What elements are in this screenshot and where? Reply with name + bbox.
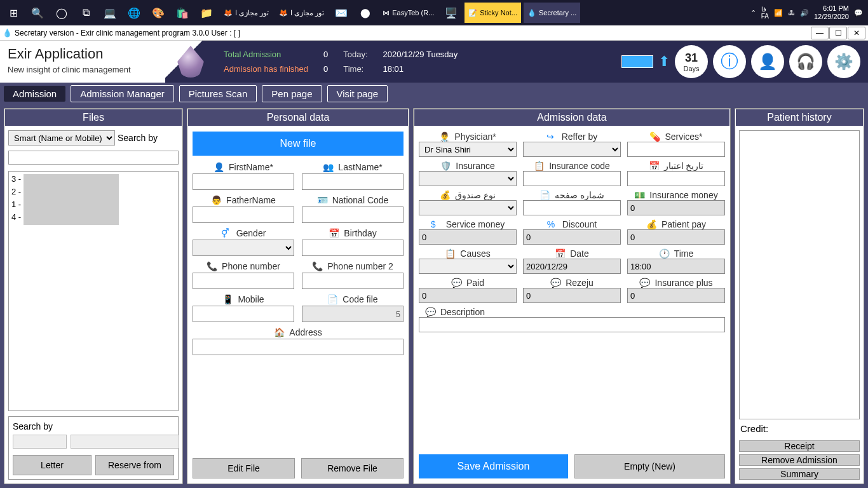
taskbar-app[interactable]: 🦊 تور مجازی ا bbox=[220, 3, 273, 23]
father-label: FatherName bbox=[226, 195, 276, 205]
lastname-input[interactable] bbox=[302, 173, 403, 190]
tray-icon[interactable]: 🔊 bbox=[800, 9, 809, 17]
search-input-2b[interactable] bbox=[71, 435, 179, 449]
search-icon[interactable]: 🔍 bbox=[27, 3, 48, 22]
patient-pay-input[interactable] bbox=[627, 229, 725, 245]
list-item[interactable]: 4 - bbox=[11, 212, 175, 225]
discount-input[interactable] bbox=[523, 229, 621, 245]
notifications-icon[interactable]: 💬 bbox=[854, 9, 863, 17]
settings-button[interactable]: ⚙️ bbox=[827, 45, 860, 78]
list-item[interactable]: 2 - bbox=[11, 187, 175, 200]
rezeju-input[interactable] bbox=[523, 288, 621, 303]
ins-money-input[interactable] bbox=[627, 200, 725, 215]
save-admission-button[interactable]: Save Admission bbox=[419, 454, 568, 478]
tray-icon[interactable]: ⌃ bbox=[750, 9, 756, 17]
empty-new-button[interactable]: Empty (New) bbox=[574, 454, 725, 478]
ins-code-input[interactable] bbox=[523, 171, 621, 186]
taskbar-app-active[interactable]: 💧 Secretary ... bbox=[524, 3, 580, 23]
firstname-label: FirstName* bbox=[229, 162, 273, 172]
search-input-2a[interactable] bbox=[13, 435, 67, 449]
app-icon[interactable]: 🎨 bbox=[147, 3, 169, 22]
ins-plus-input[interactable] bbox=[627, 288, 725, 303]
phone1-input[interactable] bbox=[193, 273, 294, 289]
tab-pen-page[interactable]: Pen page bbox=[262, 85, 322, 102]
page-no-input[interactable] bbox=[523, 200, 621, 215]
address-icon: 🏠 bbox=[274, 327, 285, 337]
date-input[interactable] bbox=[523, 259, 621, 274]
list-item[interactable]: 3 - bbox=[11, 174, 175, 187]
reserve-button[interactable]: Reserve from bbox=[95, 455, 174, 475]
mail-icon[interactable]: ✉️ bbox=[330, 3, 352, 22]
tab-admission-manager[interactable]: Admission Manager bbox=[71, 85, 174, 102]
files-title: Files bbox=[4, 109, 182, 126]
search-mode-select[interactable]: Smart (Name or Mobile) bbox=[8, 130, 115, 146]
gender-select[interactable] bbox=[193, 240, 294, 256]
tab-admission[interactable]: Admission bbox=[4, 86, 65, 102]
validity-label: تاريخ اعتبار bbox=[664, 161, 704, 171]
reffer-select[interactable] bbox=[523, 142, 621, 157]
new-file-button[interactable]: New file bbox=[193, 132, 403, 156]
admission-data-panel: Admission data 👨‍⚕️Physician*Dr Sina Shi… bbox=[413, 108, 731, 484]
close-button[interactable]: ✕ bbox=[848, 27, 865, 39]
father-input[interactable] bbox=[193, 207, 294, 223]
validity-input[interactable] bbox=[627, 171, 725, 186]
fund-icon: 💰 bbox=[440, 190, 451, 200]
days-button[interactable]: 31Days bbox=[675, 45, 708, 78]
reception-button[interactable]: 👤 bbox=[751, 45, 784, 78]
start-menu-icon[interactable]: ⊞ bbox=[3, 3, 24, 22]
history-list[interactable] bbox=[739, 130, 860, 419]
birthday-input[interactable] bbox=[302, 240, 403, 256]
tab-pictures-scan[interactable]: Pictures Scan bbox=[179, 85, 257, 102]
upload-icon[interactable]: ⬆ bbox=[658, 53, 670, 70]
svc-money-input[interactable] bbox=[419, 229, 517, 245]
remove-file-button[interactable]: Remove File bbox=[301, 458, 403, 478]
national-input[interactable] bbox=[302, 207, 403, 223]
taskbar-app[interactable]: 🦊 تور مجازی ا bbox=[275, 3, 328, 23]
physician-select[interactable]: Dr Sina Shiri bbox=[419, 142, 517, 157]
remove-admission-button[interactable]: Remove Admission bbox=[739, 454, 860, 466]
chrome-icon[interactable]: ⬤ bbox=[355, 3, 376, 22]
list-item[interactable]: 1 - bbox=[11, 200, 175, 212]
letter-button[interactable]: Letter bbox=[13, 455, 92, 475]
edge-icon[interactable]: 🌐 bbox=[123, 3, 145, 22]
mobile-input[interactable] bbox=[193, 306, 294, 322]
tray-icon[interactable]: 🖧 bbox=[788, 9, 795, 17]
info-button[interactable]: ⓘ bbox=[713, 45, 746, 78]
page-icon: 📄 bbox=[539, 190, 551, 200]
phone2-input[interactable] bbox=[302, 273, 403, 289]
tab-visit-page[interactable]: Visit page bbox=[327, 85, 388, 102]
services-input[interactable] bbox=[627, 142, 725, 157]
explorer-icon[interactable]: 📁 bbox=[196, 3, 217, 22]
app-icon[interactable]: 💻 bbox=[99, 3, 121, 22]
edit-file-button[interactable]: Edit File bbox=[193, 458, 295, 478]
description-input[interactable] bbox=[419, 317, 725, 332]
logo bbox=[165, 41, 216, 83]
phone2-label: Phone number 2 bbox=[327, 261, 393, 271]
address-input[interactable] bbox=[193, 339, 403, 355]
taskbar-app[interactable]: 📝 Sticky Not... bbox=[465, 3, 521, 23]
mobile-label: Mobile bbox=[238, 294, 264, 304]
taskview-icon[interactable]: ⧉ bbox=[75, 3, 97, 22]
date-label: Date bbox=[570, 248, 589, 259]
taskbar-app[interactable]: ⋈ EasyTeb (R... bbox=[379, 3, 438, 23]
tray-lang[interactable]: فا FA bbox=[761, 6, 769, 20]
summary-button[interactable]: Summary bbox=[739, 468, 860, 480]
taskbar-clock[interactable]: 6:01 PM 12/29/2020 bbox=[814, 4, 849, 21]
files-list[interactable]: 3 - 2 - 1 - 4 - bbox=[8, 171, 179, 411]
app-icon: 💧 bbox=[3, 29, 12, 37]
tray-icon[interactable]: 📶 bbox=[774, 9, 783, 17]
insurance-select[interactable] bbox=[419, 171, 517, 186]
time-input[interactable] bbox=[627, 259, 725, 274]
maximize-button[interactable]: ☐ bbox=[829, 27, 847, 39]
cortana-icon[interactable]: ◯ bbox=[51, 3, 72, 22]
store-icon[interactable]: 🛍️ bbox=[172, 3, 193, 22]
search-input[interactable] bbox=[8, 151, 179, 165]
causes-select[interactable] bbox=[419, 259, 517, 274]
fund-type-select[interactable] bbox=[419, 200, 517, 215]
minimize-button[interactable]: — bbox=[811, 27, 829, 39]
support-button[interactable]: 🎧 bbox=[789, 45, 822, 78]
firstname-input[interactable] bbox=[193, 173, 294, 190]
receipt-button[interactable]: Receipt bbox=[739, 440, 860, 452]
app-icon[interactable]: 🖥️ bbox=[440, 3, 462, 22]
paid-input[interactable] bbox=[419, 288, 517, 303]
